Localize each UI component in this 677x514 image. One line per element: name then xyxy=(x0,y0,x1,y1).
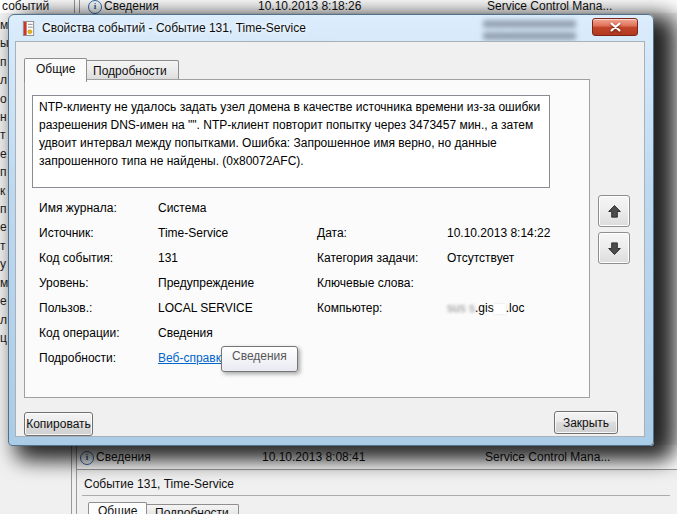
copy-button[interactable]: Копировать xyxy=(24,412,93,436)
preview-panel-title: Событие 131, Time-Service xyxy=(84,477,234,491)
close-window-button[interactable] xyxy=(592,18,638,36)
bg-tab-general[interactable]: Общие xyxy=(88,502,147,514)
field-value: Отсутствует xyxy=(447,251,514,265)
web-help-link[interactable]: Веб-справка xyxy=(158,351,228,365)
splitter-line xyxy=(71,445,72,514)
dialog-client-area: Общие Подробности NTP-клиенту не удалось… xyxy=(15,41,645,437)
field-label: Подробности: xyxy=(39,346,158,371)
fields-left-column: Имя журнала:Система Источник:Time-Servic… xyxy=(39,196,309,371)
field-row: Ключевые слова: xyxy=(317,271,582,296)
info-icon xyxy=(88,0,102,14)
field-row: Дата:10.10.2013 8:14:22 xyxy=(317,221,582,246)
field-row: Имя журнала:Система xyxy=(39,196,309,221)
field-label: Пользов.: xyxy=(39,296,158,321)
event-description-box[interactable]: NTP-клиенту не удалось задать узел домен… xyxy=(32,95,550,188)
field-label: Категория задачи: xyxy=(317,246,447,271)
bg-tab-details[interactable]: Подробности xyxy=(145,504,239,514)
close-icon xyxy=(610,22,621,32)
tab-general[interactable]: Общие xyxy=(24,58,87,82)
info-icon xyxy=(80,451,94,465)
tab-details[interactable]: Подробности xyxy=(81,60,179,81)
field-label: Источник: xyxy=(39,221,158,246)
field-label: Дата: xyxy=(317,221,447,246)
field-label: Уровень: xyxy=(39,271,158,296)
event-level-cell: Сведения xyxy=(104,0,159,13)
event-properties-dialog: Свойства событий - Событие 131, Time-Ser… xyxy=(8,14,654,446)
field-row: Источник:Time-Service xyxy=(39,221,309,246)
event-properties-icon xyxy=(21,21,36,36)
tab-label: Общие xyxy=(36,62,75,76)
event-date-cell: 10.10.2013 8:08:41 xyxy=(262,450,365,464)
screen: событий Сведения 10.10.2013 8:18:26 Serv… xyxy=(0,0,677,514)
fields-right-column: Дата:10.10.2013 8:14:22 Категория задачи… xyxy=(317,221,582,321)
tab-label: Общие xyxy=(98,504,137,514)
field-value: Предупреждение xyxy=(158,276,254,290)
event-source-cell: Service Control Mana... xyxy=(487,0,612,13)
field-label: Ключевые слова: xyxy=(317,271,447,296)
field-row: Код операции:Сведения xyxy=(39,321,309,346)
arrow-down-icon xyxy=(607,241,622,256)
field-label: Код события: xyxy=(39,246,158,271)
event-level-cell: Сведения xyxy=(96,450,151,464)
next-event-button[interactable] xyxy=(598,232,630,264)
field-label: Код операции: xyxy=(39,321,158,346)
field-value: LOCAL SERVICE xyxy=(158,301,253,315)
dialog-title: Свойства событий - Событие 131, Time-Ser… xyxy=(42,21,306,35)
event-source-cell: Service Control Mana... xyxy=(485,450,610,464)
field-value: 10.10.2013 8:14:22 xyxy=(447,226,550,240)
field-value: .loc xyxy=(506,301,525,315)
tab-label: Подробности xyxy=(93,64,167,78)
field-value: 131 xyxy=(158,251,178,265)
splitter-line xyxy=(74,0,75,13)
computer-value-redacted: sus s.gis.loc xyxy=(447,301,524,315)
general-tab-page: NTP-клиенту не удалось задать узел домен… xyxy=(24,79,590,398)
field-value: Time-Service xyxy=(158,226,228,240)
close-button[interactable]: Закрыть xyxy=(554,411,618,434)
bg-event-list-row-top[interactable]: событий Сведения 10.10.2013 8:18:26 Serv… xyxy=(0,0,677,13)
divider xyxy=(82,495,670,496)
field-row: Компьютер:sus s.gis.loc xyxy=(317,296,582,321)
field-row: Код события:131 xyxy=(39,246,309,271)
field-value: Сведения xyxy=(158,326,213,340)
censored-text: sus s xyxy=(447,296,475,321)
arrow-up-icon xyxy=(607,204,622,219)
censor-block xyxy=(494,304,506,314)
field-row: Уровень:Предупреждение xyxy=(39,271,309,296)
glass-smudge xyxy=(483,20,576,28)
tab-label: Подробности xyxy=(155,506,229,514)
field-value: Система xyxy=(158,201,206,215)
splitter-line xyxy=(79,0,80,13)
field-label: Имя журнала: xyxy=(39,196,158,221)
tooltip: Сведения xyxy=(221,346,298,372)
field-label: Компьютер: xyxy=(317,296,447,321)
event-date-cell: 10.10.2013 8:18:26 xyxy=(258,0,361,13)
bg-event-list-row-bottom[interactable]: Сведения 10.10.2013 8:08:41 Service Cont… xyxy=(76,445,677,469)
glass-smudge xyxy=(483,32,576,40)
field-row: Пользов.:LOCAL SERVICE xyxy=(39,296,309,321)
bg-cropped-text: событий xyxy=(2,0,49,13)
field-value: .gis xyxy=(475,301,494,315)
previous-event-button[interactable] xyxy=(598,195,630,227)
field-row: Категория задачи:Отсутствует xyxy=(317,246,582,271)
